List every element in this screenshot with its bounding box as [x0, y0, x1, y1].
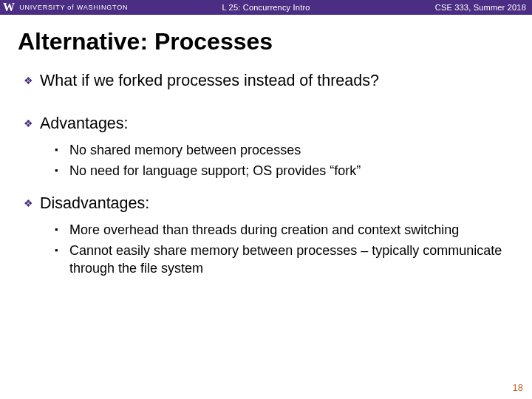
sublist-disadvantages: ▪ More overhead than threads during crea… [55, 221, 508, 277]
bullet-text: No shared memory between processes [69, 141, 301, 159]
sublist-advantages: ▪ No shared memory between processes ▪ N… [55, 141, 508, 180]
bullet-l1: ❖ What if we forked processes instead of… [24, 70, 508, 91]
diamond-icon: ❖ [24, 113, 40, 134]
course-term: CSE 333, Summer 2018 [435, 3, 526, 12]
slide-body: ❖ What if we forked processes instead of… [0, 70, 532, 277]
bullet-text: Advantages: [40, 113, 129, 134]
square-icon: ▪ [55, 242, 69, 259]
bullet-text: More overhead than threads during creati… [69, 221, 459, 239]
page-number: 18 [513, 382, 523, 393]
bullet-l2: ▪ No shared memory between processes [55, 141, 508, 159]
slide: W UNIVERSITY of WASHINGTON L 25: Concurr… [0, 0, 532, 399]
university-name: UNIVERSITY of WASHINGTON [19, 4, 128, 11]
uw-logo-icon: W [3, 1, 15, 13]
bullet-text: What if we forked processes instead of t… [40, 70, 379, 91]
square-icon: ▪ [55, 221, 69, 239]
square-icon: ▪ [55, 162, 69, 180]
header-left: W UNIVERSITY of WASHINGTON [3, 1, 128, 13]
lecture-label: L 25: Concurrency Intro [222, 3, 310, 12]
bullet-text: Disadvantages: [40, 193, 149, 214]
diamond-icon: ❖ [24, 70, 40, 91]
bullet-l2: ▪ Cannot easily share memory between pro… [55, 242, 508, 277]
page-title: Alternative: Processes [0, 15, 532, 66]
bullet-l1: ❖ Disadvantages: [24, 193, 508, 214]
bullet-text: No need for language support; OS provide… [69, 162, 361, 180]
bullet-l2: ▪ No need for language support; OS provi… [55, 162, 508, 180]
bullet-l1: ❖ Advantages: [24, 113, 508, 134]
bullet-l2: ▪ More overhead than threads during crea… [55, 221, 508, 239]
diamond-icon: ❖ [24, 193, 40, 214]
bullet-text: Cannot easily share memory between proce… [69, 242, 508, 277]
header-bar: W UNIVERSITY of WASHINGTON L 25: Concurr… [0, 0, 532, 15]
square-icon: ▪ [55, 141, 69, 159]
